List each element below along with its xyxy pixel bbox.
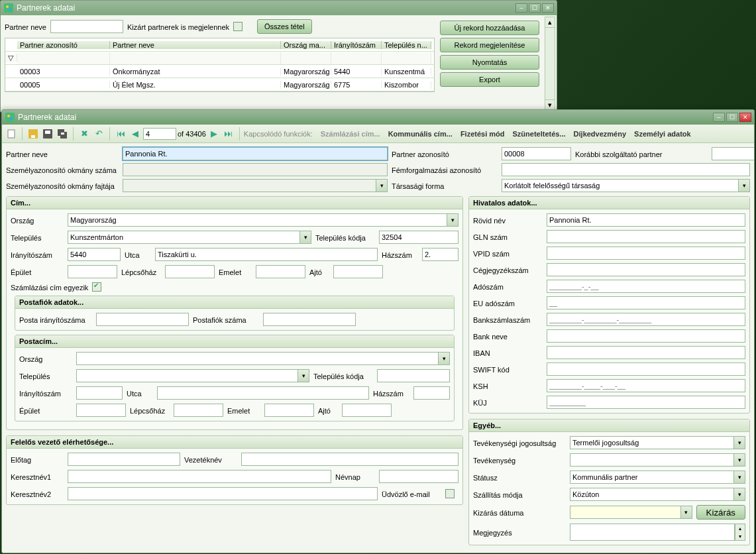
szamlazasi-egyezik-checkbox[interactable] <box>92 282 101 292</box>
pc-ajto-input[interactable] <box>342 404 392 417</box>
minimize-button[interactable]: – <box>713 113 725 122</box>
nevnap-input[interactable] <box>379 470 459 483</box>
bankszamla-input[interactable] <box>547 313 745 326</box>
col-irsz[interactable]: Irányítószám <box>331 41 382 49</box>
szallitas-dropdown-button[interactable]: ▾ <box>734 488 745 501</box>
nyomtatas-button[interactable]: Nyomtatás <box>440 55 539 70</box>
cegjegyzek-input[interactable] <box>547 263 745 276</box>
link-fizetesi[interactable]: Fizetési mód <box>460 130 505 138</box>
link-dijkedv[interactable]: Díjkedvezmény <box>574 130 626 138</box>
tevjog-input[interactable] <box>570 436 734 449</box>
scroll-up-icon[interactable]: ▴ <box>735 524 745 532</box>
kuj-input[interactable] <box>547 396 745 409</box>
col-azon[interactable]: Partner azonosító <box>17 41 110 49</box>
postafiok-szam-input[interactable] <box>263 313 356 326</box>
keresztnev2-input[interactable] <box>68 487 378 500</box>
hazszam-input[interactable] <box>422 248 459 261</box>
grid-filter-row[interactable]: ▽ <box>5 52 434 65</box>
pc-emelet-input[interactable] <box>264 404 314 417</box>
col-orszag[interactable]: Ország ma... <box>281 41 331 49</box>
nav-last-icon[interactable]: ⏭ <box>222 127 235 140</box>
partner-neve-input[interactable] <box>123 147 388 160</box>
filter-azon[interactable] <box>20 52 107 64</box>
elotag-input[interactable] <box>68 453 180 466</box>
filter-orszag[interactable] <box>284 52 328 64</box>
ajto-input[interactable] <box>333 265 383 278</box>
korabbi-input[interactable] <box>712 147 754 160</box>
col-nev[interactable]: Partner neve <box>110 41 281 49</box>
titlebar[interactable]: Partnerek adatai – ☐ ✕ <box>2 110 754 125</box>
statusz-input[interactable] <box>570 471 734 484</box>
tevekenyseg-dropdown-button[interactable]: ▾ <box>734 453 745 467</box>
utca-input[interactable] <box>155 248 378 261</box>
undo-icon[interactable]: ↶ <box>92 127 105 140</box>
nav-next-icon[interactable]: ▶ <box>207 127 221 140</box>
telepules-dropdown-button[interactable]: ▾ <box>300 231 311 244</box>
megjegyzes-input[interactable] <box>570 524 735 541</box>
orszag-input[interactable] <box>68 213 447 227</box>
close-button[interactable]: ✕ <box>739 113 751 122</box>
nav-position-input[interactable] <box>143 128 176 140</box>
pc-utca-input[interactable] <box>157 386 369 400</box>
pc-orszag-dropdown-button[interactable]: ▾ <box>439 352 450 365</box>
scroll-up-icon[interactable]: ▴ <box>545 17 555 28</box>
scroll-down-icon[interactable]: ▾ <box>735 532 745 540</box>
rekord-megjelenitese-button[interactable]: Rekord megjelenítése <box>440 38 539 52</box>
pc-orszag-input[interactable] <box>76 352 439 365</box>
iban-input[interactable] <box>547 346 745 359</box>
partner-azon-input[interactable] <box>502 147 571 160</box>
link-szunetelt[interactable]: Szüneteltetés... <box>513 130 566 138</box>
link-kommunalis[interactable]: Kommunális cím... <box>388 130 453 138</box>
szemokm-fajta-input[interactable] <box>123 179 376 192</box>
save-disk-icon[interactable] <box>41 127 54 140</box>
femforg-input[interactable] <box>502 163 750 176</box>
pc-telepules-dropdown-button[interactable]: ▾ <box>298 369 309 382</box>
pc-telepules-input[interactable] <box>76 369 298 382</box>
pc-irsz-input[interactable] <box>76 386 123 400</box>
szallitas-input[interactable] <box>570 488 734 501</box>
lepcso-input[interactable] <box>165 265 215 278</box>
save-all-icon[interactable] <box>56 127 69 140</box>
swift-input[interactable] <box>547 362 745 376</box>
vpid-input[interactable] <box>547 247 745 260</box>
tarsasagi-input[interactable] <box>502 179 739 192</box>
delete-icon[interactable]: ✖ <box>78 127 91 140</box>
szemokm-szam-input[interactable] <box>123 163 388 176</box>
minimize-button[interactable]: – <box>515 3 527 13</box>
link-szamlazasi[interactable]: Számlázási cím... <box>321 130 380 138</box>
gln-input[interactable] <box>547 230 745 243</box>
partner-grid[interactable]: Partner azonosító Partner neve Ország ma… <box>5 38 435 92</box>
save-icon[interactable] <box>27 127 40 140</box>
titlebar[interactable]: Partnerek adatai – ☐ ✕ <box>1 1 557 15</box>
close-button[interactable]: ✕ <box>542 3 554 13</box>
vertical-scrollbar[interactable]: ▴ ▾ <box>545 17 555 111</box>
pc-hazszam-input[interactable] <box>413 386 450 400</box>
ksh-input[interactable] <box>547 379 745 392</box>
adoszam-input[interactable] <box>547 280 745 293</box>
szemokm-fajta-dropdown-button[interactable]: ▾ <box>376 179 388 192</box>
table-row[interactable]: 00003 Önkormányzat Magyarország 5440 Kun… <box>5 65 434 78</box>
telepules-kod-input[interactable] <box>379 231 459 244</box>
col-telepules[interactable]: Település n... <box>382 41 431 49</box>
new-icon[interactable] <box>5 127 18 140</box>
epulet-input[interactable] <box>68 265 117 278</box>
osszes-tetel-button[interactable]: Összes tétel <box>257 19 312 34</box>
banknev-input[interactable] <box>547 329 745 343</box>
pc-telepules-kod-input[interactable] <box>377 369 450 382</box>
kizart-checkbox[interactable] <box>233 22 243 31</box>
export-button[interactable]: Export <box>440 72 539 87</box>
keresztnev1-input[interactable] <box>68 470 331 483</box>
link-szemelyi[interactable]: Személyi adatok <box>634 130 691 138</box>
partner-neve-filter-input[interactable] <box>50 20 123 33</box>
filter-nev[interactable] <box>113 52 278 64</box>
tevekenyseg-input[interactable] <box>570 453 734 467</box>
udv-email-checkbox[interactable] <box>445 489 455 498</box>
nav-first-icon[interactable]: ⏮ <box>114 127 127 140</box>
tevjog-dropdown-button[interactable]: ▾ <box>734 436 745 449</box>
orszag-dropdown-button[interactable]: ▾ <box>447 213 459 227</box>
vezeteknev-input[interactable] <box>241 453 459 466</box>
irsz-input[interactable] <box>68 248 121 261</box>
nav-prev-icon[interactable]: ◀ <box>129 127 142 140</box>
scroll-down-icon[interactable]: ▾ <box>545 99 555 110</box>
pc-lepcso-input[interactable] <box>174 404 223 417</box>
